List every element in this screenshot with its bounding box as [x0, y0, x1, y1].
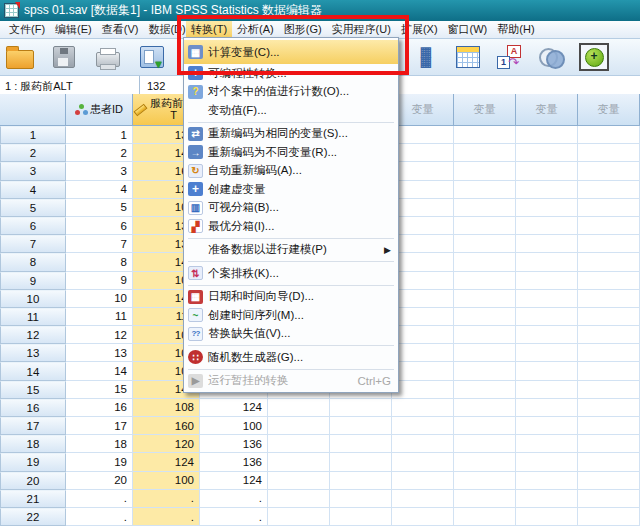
data-cell[interactable] — [578, 417, 640, 435]
data-cell[interactable]: 100 — [133, 472, 200, 490]
row-number-button[interactable]: 22 — [0, 508, 66, 526]
data-cell[interactable] — [578, 490, 640, 508]
data-cell[interactable] — [392, 508, 454, 526]
data-cell[interactable]: 124 — [200, 472, 268, 490]
row-number-button[interactable]: 15 — [0, 381, 66, 399]
data-cell[interactable] — [578, 253, 640, 271]
row-number-button[interactable]: 1 — [0, 126, 66, 144]
transform-menu-item[interactable]: ⇅个案排秩(K)... — [184, 264, 398, 283]
data-cell[interactable]: . — [66, 508, 133, 526]
column-header-patient-id[interactable]: 患者ID — [66, 94, 133, 126]
menu-item-10[interactable]: 窗口(W) — [443, 21, 493, 38]
data-cell[interactable] — [516, 472, 578, 490]
data-cell[interactable]: 100 — [200, 417, 268, 435]
transform-menu-item[interactable]: 准备数据以进行建模(P)▶ — [184, 241, 398, 260]
data-cell[interactable] — [392, 199, 454, 217]
menu-item-2[interactable]: 编辑(E) — [50, 21, 97, 38]
data-cell[interactable] — [392, 381, 454, 399]
data-cell[interactable]: 124 — [133, 453, 200, 471]
data-cell[interactable] — [392, 453, 454, 471]
data-cell[interactable] — [392, 181, 454, 199]
row-number-button[interactable]: 7 — [0, 235, 66, 253]
data-cell[interactable]: 18 — [66, 435, 133, 453]
data-cell[interactable]: 4 — [66, 181, 133, 199]
data-cell[interactable] — [516, 253, 578, 271]
menu-item-6[interactable]: 分析(A) — [232, 21, 279, 38]
data-cell[interactable]: 17 — [66, 417, 133, 435]
row-number-button[interactable]: 4 — [0, 181, 66, 199]
row-number-button[interactable]: 13 — [0, 344, 66, 362]
open-data-button[interactable] — [4, 42, 36, 72]
data-cell[interactable] — [268, 472, 330, 490]
row-number-button[interactable]: 17 — [0, 417, 66, 435]
save-button[interactable] — [48, 42, 80, 72]
data-cell[interactable] — [578, 308, 640, 326]
data-cell[interactable] — [516, 308, 578, 326]
data-cell[interactable] — [516, 453, 578, 471]
data-cell[interactable]: 14 — [66, 362, 133, 380]
data-cell[interactable] — [392, 290, 454, 308]
menu-item-3[interactable]: 查看(V) — [97, 21, 144, 38]
data-cell[interactable] — [578, 199, 640, 217]
data-cell[interactable] — [516, 490, 578, 508]
data-cell[interactable] — [454, 235, 516, 253]
data-cell[interactable] — [454, 508, 516, 526]
data-cell[interactable] — [392, 472, 454, 490]
data-cell[interactable] — [578, 508, 640, 526]
print-button[interactable] — [92, 42, 124, 72]
data-cell[interactable]: 5 — [66, 199, 133, 217]
data-cell[interactable] — [578, 181, 640, 199]
data-cell[interactable] — [578, 162, 640, 180]
data-cell[interactable] — [392, 217, 454, 235]
split-file-button[interactable]: ▦ ▦ — [410, 42, 442, 72]
transform-menu-item[interactable]: ▦日期和时间向导(D)... — [184, 288, 398, 307]
data-cell[interactable] — [578, 126, 640, 144]
data-cell[interactable] — [454, 344, 516, 362]
menu-item-11[interactable]: 帮助(H) — [492, 21, 539, 38]
data-cell[interactable] — [454, 162, 516, 180]
menu-item-8[interactable]: 实用程序(U) — [327, 21, 396, 38]
data-cell[interactable] — [454, 290, 516, 308]
row-number-button[interactable]: 16 — [0, 399, 66, 417]
data-cell[interactable]: 108 — [133, 399, 200, 417]
insert-variable-button[interactable] — [452, 42, 484, 72]
transform-menu-item[interactable]: ∷随机数生成器(G)... — [184, 348, 398, 367]
data-cell[interactable]: 160 — [133, 417, 200, 435]
menu-item-7[interactable]: 图形(G) — [279, 21, 327, 38]
data-cell[interactable] — [330, 472, 392, 490]
data-cell[interactable] — [392, 272, 454, 290]
data-cell[interactable] — [578, 399, 640, 417]
data-cell[interactable]: 11 — [66, 308, 133, 326]
transform-menu-item[interactable]: ▞最优分箱(I)... — [184, 217, 398, 236]
data-cell[interactable] — [516, 326, 578, 344]
data-cell[interactable] — [578, 381, 640, 399]
data-cell[interactable]: 15 — [66, 381, 133, 399]
data-cell[interactable]: 19 — [66, 453, 133, 471]
transform-menu-item[interactable]: ▦计算变量(C)... — [184, 40, 398, 64]
custom-dialog-button[interactable]: + — [578, 42, 610, 72]
data-cell[interactable] — [516, 144, 578, 162]
data-cell[interactable] — [516, 435, 578, 453]
transform-menu-item[interactable]: →重新编码为不同变量(R)... — [184, 143, 398, 162]
data-cell[interactable] — [516, 362, 578, 380]
data-cell[interactable] — [578, 235, 640, 253]
data-cell[interactable] — [454, 253, 516, 271]
data-cell[interactable]: 8 — [66, 253, 133, 271]
data-cell[interactable] — [454, 435, 516, 453]
data-cell[interactable] — [454, 181, 516, 199]
row-number-button[interactable]: 5 — [0, 199, 66, 217]
row-number-button[interactable]: 8 — [0, 253, 66, 271]
data-cell[interactable] — [330, 417, 392, 435]
data-cell[interactable] — [454, 126, 516, 144]
data-cell[interactable]: . — [200, 508, 268, 526]
data-cell[interactable] — [454, 399, 516, 417]
data-cell[interactable] — [516, 344, 578, 362]
data-cell[interactable]: . — [66, 490, 133, 508]
recall-recent-dialogs-button[interactable] — [136, 42, 168, 72]
data-cell[interactable] — [516, 126, 578, 144]
transform-menu-item[interactable]: ↻自动重新编码(A)... — [184, 162, 398, 181]
menu-item-1[interactable]: 文件(F) — [4, 21, 50, 38]
data-cell[interactable] — [330, 508, 392, 526]
data-cell[interactable] — [392, 308, 454, 326]
data-cell[interactable] — [578, 272, 640, 290]
